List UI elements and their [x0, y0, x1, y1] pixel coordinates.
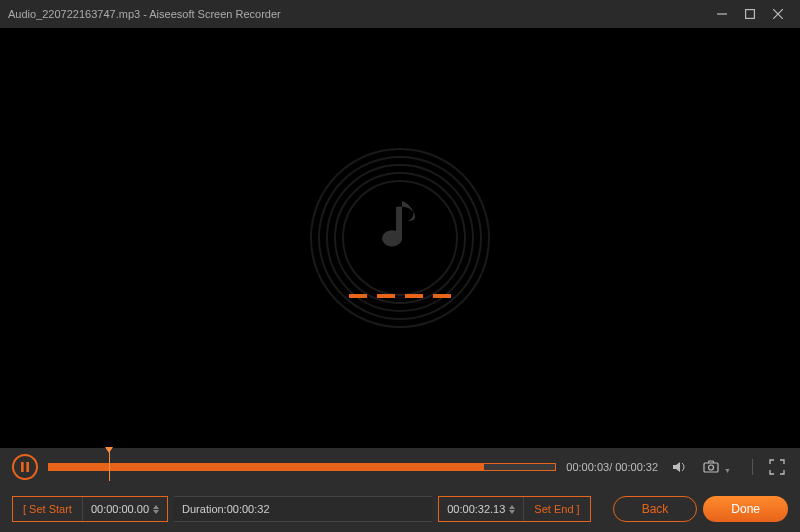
music-note-icon	[378, 197, 422, 259]
minimize-button[interactable]	[708, 0, 736, 28]
time-display: 00:00:03/ 00:00:32	[566, 461, 658, 473]
duration-display: Duration: 00:00:32	[174, 496, 432, 522]
svg-rect-5	[26, 462, 29, 472]
snapshot-icon[interactable]	[700, 459, 722, 475]
dropdown-arrow-icon[interactable]: ▼	[724, 467, 731, 474]
clip-start-marker[interactable]	[109, 452, 110, 481]
svg-rect-1	[746, 10, 755, 19]
start-time-field[interactable]: 00:00:00.00	[82, 497, 167, 521]
start-time-value: 00:00:00.00	[91, 503, 149, 515]
media-viewer	[0, 28, 800, 448]
svg-rect-6	[704, 463, 718, 472]
svg-rect-4	[21, 462, 24, 472]
end-time-value: 00:00:32.13	[447, 503, 505, 515]
audio-visual	[310, 148, 490, 328]
start-time-down[interactable]	[153, 510, 159, 514]
set-end-button[interactable]: Set End ]	[523, 497, 589, 521]
fullscreen-icon[interactable]	[766, 459, 788, 475]
maximize-button[interactable]	[736, 0, 764, 28]
clip-start-control: [ Set Start 00:00:00.00	[12, 496, 168, 522]
window-title: Audio_220722163747.mp3 - Aiseesoft Scree…	[8, 8, 708, 20]
playback-bar: 00:00:03/ 00:00:32 ▼	[0, 448, 800, 486]
duration-value: 00:00:32	[227, 503, 270, 515]
back-button[interactable]: Back	[613, 496, 698, 522]
clip-end-control: 00:00:32.13 Set End ]	[438, 496, 590, 522]
done-button[interactable]: Done	[703, 496, 788, 522]
audio-level-indicator	[349, 294, 451, 298]
set-start-button[interactable]: [ Set Start	[13, 497, 82, 521]
clip-bar: [ Set Start 00:00:00.00 Duration: 00:00:…	[0, 486, 800, 532]
titlebar: Audio_220722163747.mp3 - Aiseesoft Scree…	[0, 0, 800, 28]
volume-icon[interactable]	[668, 459, 690, 475]
svg-point-7	[709, 465, 714, 470]
start-time-up[interactable]	[153, 505, 159, 509]
duration-label: Duration:	[182, 503, 227, 515]
separator	[752, 459, 753, 475]
end-time-down[interactable]	[509, 510, 515, 514]
end-time-up[interactable]	[509, 505, 515, 509]
end-time-field[interactable]: 00:00:32.13	[439, 497, 523, 521]
pause-button[interactable]	[12, 454, 38, 480]
progress-bar[interactable]	[48, 456, 556, 478]
close-button[interactable]	[764, 0, 792, 28]
